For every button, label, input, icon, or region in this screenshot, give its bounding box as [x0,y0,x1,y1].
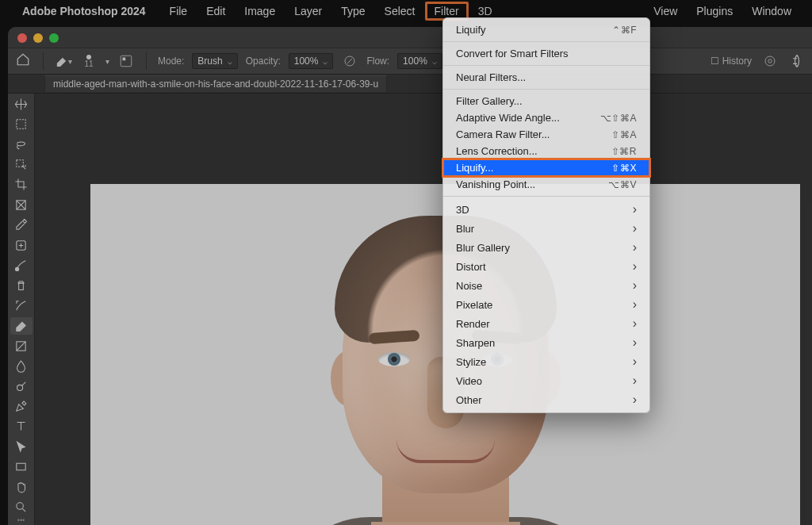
filter-menu-item-noise[interactable]: Noise [443,276,649,295]
mac-menubar: Adobe Photoshop 2024 FileEditImageLayerT… [0,0,812,22]
svg-rect-0 [121,56,132,67]
filter-menu-item-other[interactable]: Other [443,390,649,409]
menu-divider [443,89,649,90]
edit-toolbar-icon[interactable]: ••• [17,519,25,525]
menu-item-label: Convert for Smart Filters [456,48,569,59]
menu-item-label: Liquify [456,24,486,36]
tool-zoom[interactable] [10,498,33,515]
document-tab-label: middle-aged-man-with-a-smile-on-his-face… [53,79,378,90]
tool-marquee[interactable] [10,115,33,132]
filter-menu-item-adaptive-wide-angle[interactable]: Adaptive Wide Angle...⌥⇧⌘A [443,109,649,126]
menu-select[interactable]: Select [375,2,425,21]
menu-item-shortcut: ⌥⇧⌘A [600,113,637,124]
tool-healing[interactable] [10,236,33,254]
tool-eraser[interactable] [10,317,33,335]
filter-menu-item-blur[interactable]: Blur [443,219,649,238]
eraser-tool-preset-icon[interactable]: ▾ [55,52,72,70]
menu-plugins[interactable]: Plugins [687,2,742,21]
mode-label: Mode: [158,56,184,67]
menu-item-label: Other [456,394,482,406]
tool-crop[interactable] [10,176,33,194]
menu-file[interactable]: File [160,2,197,21]
filter-menu-item-distort[interactable]: Distort [443,257,649,276]
opacity-dropdown[interactable]: 100%⌵ [289,53,334,69]
tool-gradient[interactable] [10,337,33,354]
tool-pen[interactable] [10,397,33,415]
menu-item-label: Pixelate [456,299,492,311]
home-icon[interactable] [14,52,32,70]
tool-clone[interactable] [10,277,33,294]
filter-menu-item-blur-gallery[interactable]: Blur Gallery [443,238,649,257]
erase-history-label[interactable]: ☐ History [710,56,752,67]
tool-dodge[interactable] [10,377,33,395]
menu-item-shortcut: ⇧⌘X [611,163,637,174]
tool-history-brush[interactable] [10,297,33,314]
close-window-icon[interactable] [17,33,27,43]
minimize-window-icon[interactable] [33,33,43,43]
symmetry-icon[interactable] [788,52,806,70]
zoom-window-icon[interactable] [49,33,59,43]
mode-dropdown[interactable]: Brush⌵ [192,53,237,69]
tool-eyedropper[interactable] [10,217,33,234]
filter-menu-item-stylize[interactable]: Stylize [443,352,649,371]
filter-menu-item-liquify[interactable]: Liquify⌃⌘F [443,21,649,38]
tool-rectangle[interactable] [10,458,33,476]
document-tab-bar: middle-aged-man-with-a-smile-on-his-face… [8,75,812,94]
tool-brush[interactable] [10,256,33,274]
menu-layer[interactable]: Layer [285,2,331,21]
tool-move[interactable] [10,95,33,113]
brush-size-chevron-icon[interactable]: ▾ [105,57,109,66]
app-titlebar [8,27,812,48]
filter-menu-item-camera-raw-filter[interactable]: Camera Raw Filter...⇧⌘A [443,126,649,143]
filter-menu-item-convert-for-smart-filters[interactable]: Convert for Smart Filters [443,45,649,62]
brush-panel-icon[interactable] [117,52,135,70]
menu-item-label: Adaptive Wide Angle... [456,112,560,124]
filter-menu-item-neural-filters[interactable]: Neural Filters... [443,69,649,86]
menu-item-label: Stylize [456,356,486,368]
tool-blur[interactable] [10,357,33,374]
pressure-opacity-icon[interactable] [341,52,358,70]
mode-value: Brush [197,56,222,67]
app-name: Adobe Photoshop 2024 [22,5,146,17]
tool-hand[interactable] [10,478,33,496]
flow-dropdown[interactable]: 100%⌵ [397,53,442,69]
filter-menu-item-lens-correction[interactable]: Lens Correction...⇧⌘R [443,143,649,159]
filter-menu-item-liquify[interactable]: Liquify...⇧⌘X [443,159,649,176]
menu-window[interactable]: Window [742,2,801,21]
menu-view[interactable]: View [644,2,687,21]
canvas-area[interactable] [35,94,812,525]
menu-image[interactable]: Image [235,2,285,21]
filter-menu-item-3d[interactable]: 3D [443,200,649,219]
flow-value: 100% [403,56,427,67]
menu-edit[interactable]: Edit [197,2,235,21]
filter-menu-item-vanishing-point[interactable]: Vanishing Point...⌥⌘V [443,176,649,193]
opacity-value: 100% [294,56,319,67]
document-tab[interactable]: middle-aged-man-with-a-smile-on-his-face… [44,75,387,92]
brush-preview-icon[interactable]: 11 [80,52,98,70]
svg-point-5 [768,59,772,63]
tools-panel: ••• [8,94,35,525]
pressure-size-icon[interactable] [761,52,779,70]
filter-menu-item-render[interactable]: Render [443,314,649,333]
tool-lasso[interactable] [10,136,33,153]
filter-menu-item-sharpen[interactable]: Sharpen [443,333,649,352]
menu-item-label: Render [456,318,490,330]
menu-item-label: Filter Gallery... [456,95,523,107]
app-window: ▾ 11 ▾ Mode: Brush⌵ Opacity: 100%⌵ Flow:… [8,27,812,525]
filter-menu-item-filter-gallery[interactable]: Filter Gallery... [443,93,649,109]
window-traffic-lights[interactable] [17,33,59,43]
svg-rect-1 [123,58,126,61]
filter-menu-item-pixelate[interactable]: Pixelate [443,295,649,314]
tool-frame[interactable] [10,196,33,213]
svg-point-4 [765,56,775,66]
menu-item-shortcut: ⇧⌘R [611,146,637,157]
menu-type[interactable]: Type [331,2,374,21]
filter-menu-item-video[interactable]: Video [443,371,649,390]
tool-type[interactable] [10,418,33,435]
tool-path-select[interactable] [10,438,33,455]
brush-size-label: 11 [84,59,93,68]
menu-divider [443,65,649,66]
separator [146,52,147,70]
menu-item-shortcut: ⇧⌘A [611,129,637,140]
tool-object-select[interactable] [10,155,33,173]
